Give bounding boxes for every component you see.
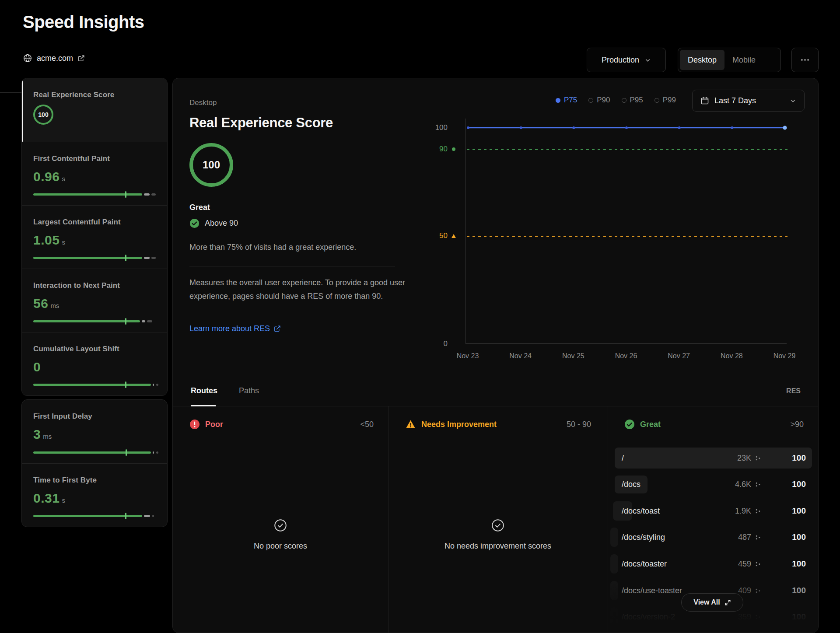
bucket-header-needs-improvement: Needs Improvement 50 - 90: [405, 419, 591, 430]
route-score: 100: [788, 453, 806, 463]
table-row[interactable]: /docs/toast 1.9K100: [615, 500, 812, 521]
tab-routes[interactable]: Routes: [191, 386, 217, 395]
metric-group-core: Real Experience Score 100 First Contentf…: [21, 78, 168, 396]
metric-value: 56: [33, 296, 48, 311]
percentile-legend: P75 P90 P95 P99: [556, 96, 676, 105]
route-score: 100: [788, 506, 806, 516]
table-row[interactable]: /docs/toaster 459100: [615, 553, 812, 574]
metric-unit: ms: [50, 302, 59, 309]
legend-dot-icon: [622, 98, 626, 103]
table-row[interactable]: / 23K100: [615, 448, 812, 469]
check-circle-outline-icon: [273, 518, 288, 533]
route-count: 1.9K: [735, 507, 751, 516]
legend-p99[interactable]: P99: [654, 96, 676, 105]
metric-card-cls[interactable]: Cumulative Layout Shift 0: [22, 332, 167, 395]
datapoints-icon: [755, 508, 761, 514]
route-path: /: [622, 454, 624, 463]
description-text: Measures the overall user experience. To…: [189, 276, 410, 303]
metric-threshold-bar: [33, 451, 156, 454]
chevron-down-icon: [644, 57, 651, 63]
route-prefix-chip: [610, 581, 618, 600]
summary-text: More than 75% of visits had a great expe…: [189, 243, 356, 252]
site-domain: acme.com: [37, 54, 73, 63]
left-divider: [0, 92, 21, 93]
metric-unit: s: [62, 238, 65, 246]
metric-card-fcp[interactable]: First Contentful Paint 0.96s: [22, 142, 167, 205]
active-tab-underline: [191, 405, 216, 406]
site-link[interactable]: acme.com: [23, 53, 85, 63]
tab-paths[interactable]: Paths: [239, 386, 259, 395]
calendar-icon: [700, 96, 709, 105]
route-count: 459: [738, 560, 751, 569]
chevron-down-icon: [790, 98, 796, 104]
empty-state-poor: No poor scores: [215, 518, 346, 551]
check-circle-icon: [189, 218, 200, 228]
device-toggle-desktop[interactable]: Desktop: [680, 50, 724, 70]
route-count: 487: [738, 533, 751, 542]
route-path: /docs/version-2: [622, 612, 675, 622]
table-row[interactable]: /docs/styling 487100: [615, 527, 812, 548]
route-score: 100: [788, 479, 806, 489]
metric-card-res[interactable]: Real Experience Score 100: [22, 78, 167, 142]
column-divider: [608, 406, 608, 633]
metric-card-ttfb[interactable]: Time to First Byte 0.31s: [22, 463, 167, 527]
device-label: Desktop: [189, 98, 217, 107]
route-prefix-chip: [610, 607, 618, 626]
route-count: 359: [738, 612, 751, 622]
check-circle-outline-icon: [490, 518, 505, 533]
legend-label: P95: [630, 96, 643, 105]
legend-p90[interactable]: P90: [588, 96, 610, 105]
empty-state-text: No poor scores: [215, 542, 346, 551]
metric-threshold-bar: [33, 320, 156, 322]
environment-select[interactable]: Production: [587, 48, 666, 72]
rating-threshold-row: Above 90: [189, 218, 238, 228]
route-path: /docs/use-toaster: [622, 586, 682, 595]
route-path: /docs: [615, 476, 648, 493]
learn-more-link[interactable]: Learn more about RES: [189, 324, 281, 333]
datapoints-icon: [755, 535, 761, 540]
route-score: 100: [788, 559, 806, 569]
section-divider: [189, 266, 395, 266]
bucket-label: Poor: [205, 420, 223, 429]
check-circle-icon: [624, 419, 635, 430]
date-range-select[interactable]: Last 7 Days: [692, 90, 805, 112]
environment-value: Production: [602, 56, 639, 65]
datapoints-icon: [755, 482, 761, 487]
panel-heading: Real Experience Score: [189, 115, 333, 131]
table-row[interactable]: /docs 4.6K100: [615, 474, 812, 495]
expand-icon: [724, 599, 731, 606]
bucket-range: 50 - 90: [567, 420, 591, 429]
datapoints-icon: [755, 588, 761, 594]
metric-column-label: RES: [786, 387, 801, 395]
legend-p95[interactable]: P95: [622, 96, 643, 105]
more-menu-button[interactable]: [791, 48, 819, 72]
metric-card-inp[interactable]: Interaction to Next Paint 56ms: [22, 269, 167, 332]
metric-unit: s: [62, 497, 65, 504]
view-all-label: View All: [693, 598, 720, 606]
device-toggle-mobile[interactable]: Mobile: [724, 50, 763, 70]
legend-label: P99: [663, 96, 676, 105]
res-line-chart[interactable]: [466, 119, 787, 344]
metric-card-fid[interactable]: First Input Delay 3ms: [22, 400, 167, 463]
route-score: 100: [788, 532, 806, 542]
external-link-icon: [77, 55, 85, 62]
metric-label: Interaction to Next Paint: [33, 281, 156, 290]
route-prefix-chip: [610, 554, 618, 574]
learn-more-label: Learn more about RES: [189, 324, 270, 333]
res-score-ring-large: 100: [189, 143, 233, 187]
metric-value: 0.31: [33, 491, 60, 506]
metric-label: Time to First Byte: [33, 476, 156, 485]
bucket-header-great: Great >90: [624, 419, 804, 430]
datapoints-icon: [755, 561, 761, 567]
route-score: 100: [788, 612, 806, 622]
legend-label: P75: [564, 96, 577, 105]
metric-card-lcp[interactable]: Largest Contentful Paint 1.05s: [22, 205, 167, 269]
route-path: /docs/toast: [622, 507, 660, 516]
view-all-button[interactable]: View All: [681, 593, 743, 612]
metric-unit: s: [62, 175, 65, 182]
legend-p75[interactable]: P75: [556, 96, 577, 105]
empty-state-text: No needs improvement scores: [432, 542, 564, 551]
device-toggle: Desktop Mobile: [678, 48, 781, 72]
metric-value: 3: [33, 427, 41, 442]
column-divider: [388, 406, 389, 633]
